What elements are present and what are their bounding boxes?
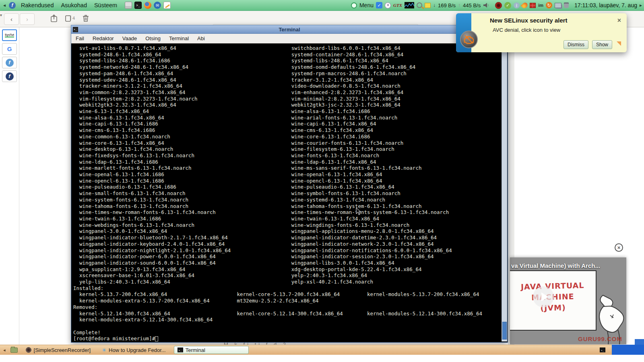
terminal-menu-terminal[interactable]: Terminal	[169, 35, 189, 41]
menu-system[interactable]: Süsteem	[92, 2, 119, 8]
tab-overview-icon[interactable]: 4	[65, 14, 75, 22]
taskbar-item-terminal[interactable]: ▸_ Terminal	[174, 346, 249, 354]
screen-recorder-tray-icon[interactable]	[495, 2, 502, 9]
notification-title: New SELinux security alert	[490, 17, 622, 24]
panel-collapse-icon[interactable]: ◂	[3, 2, 6, 8]
notification-body: AVC denial, click icon to view	[493, 27, 622, 33]
dismiss-button[interactable]: Dismiss	[564, 40, 588, 49]
feed-reader-icon[interactable]	[521, 1, 529, 9]
download-arrow-icon: ↓	[433, 2, 436, 8]
terminal-scrollbar[interactable]	[502, 44, 507, 341]
menu-applications[interactable]: Rakendused	[19, 2, 56, 8]
menu-orb-icon[interactable]	[351, 2, 357, 8]
menu-label[interactable]: Menu	[359, 2, 374, 8]
show-button[interactable]: Show	[592, 40, 612, 49]
notification-grip-icon	[617, 41, 621, 46]
terminal-window-icon[interactable]: ▸_	[73, 27, 78, 32]
video-title: va Virtual Machine) with Arch...	[511, 262, 600, 269]
terminal-menubar: Fail Redaktor Vaade Otsing Terminal Abi	[71, 34, 508, 43]
mouse-cursor	[356, 208, 361, 216]
terminal-output: svt-av1-libs-0.8.7-1.fc34.x86_64 switchb…	[72, 44, 501, 335]
sticky-note-icon[interactable]	[425, 3, 431, 8]
terminal-launcher-icon[interactable]: >_	[134, 2, 142, 9]
taskbar-tray-window-icon[interactable]: ▸_	[600, 348, 605, 352]
gtx-applet[interactable]: GTX	[393, 3, 402, 8]
taskbar-collapse-icon[interactable]: ◂	[3, 348, 6, 353]
trash-icon[interactable]	[83, 14, 89, 22]
network-graph-icon[interactable]	[405, 2, 414, 8]
page-blue-element	[635, 339, 644, 345]
fedora-light-favicon: f	[6, 59, 14, 67]
web-task-icon: ✳	[102, 347, 106, 353]
toolbar-dropdown-icon[interactable]: ▾	[0, 13, 2, 17]
video-player[interactable]: va Virtual Machine) with Arch... JAVA VI…	[510, 257, 626, 344]
clock-applet-icon[interactable]	[385, 2, 391, 8]
terminal-menu-view[interactable]: Vaade	[122, 35, 137, 41]
terminal-menu-file[interactable]: Fail	[76, 35, 84, 41]
recorder-task-icon	[26, 347, 31, 353]
sync-icon[interactable]: ↻	[546, 2, 552, 8]
back-button[interactable]: ‹	[4, 13, 19, 25]
sidebar-tile-systut[interactable]: SysTut	[2, 29, 17, 41]
clock[interactable]: 17:11:03, laupäev, 7. aug	[574, 2, 637, 8]
systut-favicon: SysTut	[5, 33, 14, 37]
power-plug-icon[interactable]	[564, 2, 569, 8]
taskbar-item-recorder[interactable]: [SimpleScreenRecorder]	[23, 347, 94, 354]
taskbar-blue-block[interactable]	[612, 345, 644, 355]
play-button[interactable]	[533, 286, 554, 307]
play-icon	[541, 292, 548, 301]
terminal-window: ▸_ Terminal Fail Redaktor Vaade Otsing T…	[71, 25, 508, 343]
sidebar-tile-google[interactable]: G	[2, 43, 17, 55]
updates-ok-icon[interactable]: ✓	[504, 2, 511, 9]
menu-places[interactable]: Asukohad	[59, 2, 89, 8]
input-method-indicator[interactable]: im	[538, 3, 543, 8]
terminal-titlebar[interactable]: ▸_ Terminal	[71, 25, 508, 34]
taskbar-item-browser[interactable]: ✳ How to Upgrade Fedor...	[99, 347, 169, 354]
search-icon[interactable]	[417, 2, 422, 8]
whiteboard-drawing: JAVA VIRTUAL MACHINE (JVM)	[510, 270, 597, 331]
net-down-rate: 169 B/s	[438, 2, 456, 8]
terminal-window-title: Terminal	[71, 27, 508, 33]
terminal-screen[interactable]: svt-av1-libs-0.8.7-1.fc34.x86_64 switchb…	[72, 44, 501, 341]
terminal-task-icon: ▸_	[178, 348, 183, 352]
tab-count: 4	[72, 16, 75, 21]
checkbox-applet-icon[interactable]: ✓	[376, 2, 382, 8]
keypad-tray-icon[interactable]	[530, 3, 536, 8]
taskbar-item-label: How to Upgrade Fedor...	[109, 347, 166, 353]
panel-expand-icon[interactable]: ▸	[640, 2, 642, 8]
fedora-dark-favicon: f	[6, 72, 14, 80]
taskbar-item-label: [SimpleScreenRecorder]	[34, 347, 91, 353]
network-workgroup-icon[interactable]	[555, 3, 561, 8]
taskbar: ◂ [SimpleScreenRecorder] ✳ How to Upgrad…	[0, 345, 644, 355]
text-editor-icon[interactable]	[163, 2, 171, 9]
bluetooth-icon[interactable]: ᛒ	[514, 2, 520, 8]
terminal-menu-edit[interactable]: Redaktor	[93, 35, 114, 41]
browser-sidebar: SysTut G f f	[0, 27, 19, 345]
taskbar-folder-icon[interactable]	[10, 348, 18, 353]
fedora-logo-icon: f	[9, 2, 16, 9]
google-favicon: G	[7, 45, 12, 52]
notification-close-icon[interactable]: ×	[617, 18, 621, 23]
sidebar-tile-fedora-light[interactable]: f	[2, 57, 17, 68]
sidebar-tile-fedora-dark[interactable]: f	[2, 70, 17, 82]
thunderbird-icon[interactable]: ✉	[154, 2, 161, 9]
new-tab-icon[interactable]	[50, 14, 58, 23]
terminal-menu-help[interactable]: Abi	[197, 35, 205, 41]
selinux-troubleshooter-icon[interactable]	[460, 31, 478, 48]
firefox-icon[interactable]	[144, 2, 151, 9]
terminal-scrollbar-thumb[interactable]	[502, 322, 507, 339]
board-line-1: JAVA VIRTUAL	[513, 280, 592, 292]
terminal-cursor	[155, 336, 158, 341]
selinux-notification: New SELinux security alert AVC denial, c…	[456, 13, 627, 52]
forward-button[interactable]: ›	[20, 13, 35, 25]
board-line-3: (JVM)	[514, 301, 592, 314]
guru99-watermark: GURU99.COM	[578, 335, 622, 342]
video-close-icon[interactable]: ×	[615, 243, 623, 252]
taskbar-item-label: Terminal	[186, 347, 205, 353]
speaker-icon[interactable]	[483, 2, 489, 8]
terminal-prompt: [root@fedora mimisteerium]#	[73, 335, 155, 341]
upload-arrow-icon: ↑	[458, 2, 460, 8]
file-manager-icon[interactable]	[125, 2, 132, 9]
top-panel: ◂ f Rakendused Asukohad Süsteem >_ ✉ Men…	[0, 0, 644, 11]
terminal-menu-search[interactable]: Otsing	[145, 35, 161, 41]
